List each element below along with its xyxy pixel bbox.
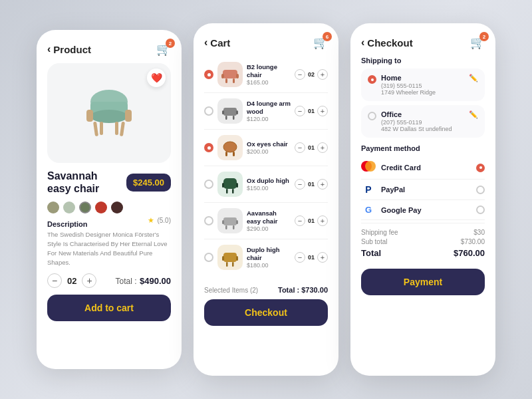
svg-point-39 — [365, 161, 376, 172]
cart-item-decrease-4[interactable]: − — [295, 215, 305, 226]
cart-item-price-2: $200.00 — [247, 148, 291, 155]
credit-card-radio[interactable] — [476, 164, 485, 172]
cart-item-info-2: Ox eyes chair $200.00 — [247, 140, 291, 155]
address-office-info: Office (207) 555-0119 482 W Dallas St un… — [381, 110, 464, 132]
cart-item-qty-val-0: 02 — [308, 71, 315, 78]
color-swatch-brown[interactable] — [111, 201, 123, 213]
cart-item-name-3: Ox duplo high — [247, 177, 291, 184]
shipping-fee-label: Shipping fee — [361, 229, 398, 236]
cart-card: ‹ Cart 🛒 6 B2 lounge chair $165.00 − 02 … — [194, 23, 338, 376]
payment-paypal-option[interactable]: P PayPal — [361, 180, 485, 200]
add-to-cart-button[interactable]: Add to cart — [47, 295, 171, 321]
cart-item-increase-1[interactable]: + — [317, 106, 328, 116]
paypal-radio[interactable] — [476, 186, 485, 194]
address-home-edit-icon[interactable]: ✏️ — [469, 74, 478, 82]
cart-item-name-1: D4 lounge arm wood — [247, 100, 291, 115]
color-swatch-sage[interactable] — [63, 201, 75, 213]
svg-rect-27 — [232, 189, 234, 194]
cart-item-qty-val-5: 01 — [308, 254, 315, 261]
star-icon: ★ — [148, 216, 154, 225]
cart-item-thumb-2 — [217, 135, 243, 160]
cart-item-info-5: Duplo high chair $180.00 — [247, 246, 291, 269]
cart-item-price-1: $120.00 — [247, 116, 291, 122]
payment-credit-card-option[interactable]: Credit Card — [361, 156, 485, 180]
cart-item-increase-3[interactable]: + — [317, 179, 328, 190]
svg-rect-6 — [120, 122, 125, 136]
cart-item-increase-5[interactable]: + — [317, 252, 328, 263]
cart-item-radio-0[interactable] — [204, 70, 213, 79]
cart-item-radio-4[interactable] — [204, 216, 213, 225]
svg-rect-32 — [233, 225, 235, 229]
quantity-total-row: − 02 + Total : $490.00 — [47, 273, 171, 288]
address-home-info: Home (319) 555-0115 1749 Wheeler Ridge — [381, 74, 464, 96]
cart-item-increase-2[interactable]: + — [317, 142, 328, 153]
svg-rect-30 — [236, 220, 238, 224]
svg-rect-10 — [221, 74, 224, 78]
address-home-name: Home — [381, 74, 464, 82]
cart-item-radio-5[interactable] — [204, 253, 213, 262]
quantity-value: 02 — [67, 276, 76, 286]
cart-item-decrease-1[interactable]: − — [295, 106, 305, 116]
cart-item-radio-1[interactable] — [204, 106, 213, 116]
cart-item-price-3: $150.00 — [247, 185, 291, 192]
checkout-button[interactable]: Checkout — [204, 299, 328, 326]
checkout-cart-icon-button[interactable]: 🛒 2 — [470, 35, 485, 50]
cart-item-decrease-5[interactable]: − — [295, 252, 305, 263]
cart-item-qty-val-2: 01 — [308, 144, 315, 151]
cart-item-thumb-3 — [217, 172, 243, 197]
checkout-total-label: Total — [361, 248, 381, 258]
payment-button[interactable]: Payment — [361, 269, 485, 295]
checkout-total-value: $760.00 — [454, 248, 485, 258]
google-pay-label: Google Pay — [381, 206, 471, 214]
cart-footer: Selected Items (2) Total : $730.00 Check… — [204, 281, 328, 326]
cart-back-arrow-icon: ‹ — [204, 37, 207, 49]
google-pay-radio[interactable] — [476, 205, 485, 214]
back-button[interactable]: ‹ Product — [47, 43, 91, 55]
cart-item-decrease-2[interactable]: − — [295, 142, 305, 153]
address-office-option[interactable]: Office (207) 555-0119 482 W Dallas St un… — [361, 105, 485, 138]
cart-header: ‹ Cart 🛒 6 — [204, 35, 328, 50]
checkout-back-button[interactable]: ‹ Checkout — [361, 37, 413, 49]
checkout-cart-badge: 2 — [479, 32, 489, 41]
favorite-button[interactable]: ❤️ — [147, 68, 166, 87]
svg-rect-18 — [233, 116, 235, 120]
cart-icon-button[interactable]: 🛒 2 — [156, 42, 171, 57]
cart-item-thumb-0 — [217, 62, 243, 87]
cart-cart-icon-button[interactable]: 🛒 6 — [313, 35, 328, 50]
svg-rect-16 — [236, 110, 238, 114]
cart-item-increase-0[interactable]: + — [317, 69, 328, 80]
cart-item-qty-4: − 01 + — [295, 215, 328, 226]
cart-item-radio-3[interactable] — [204, 180, 213, 189]
product-header-title: Product — [53, 44, 91, 55]
quantity-decrease-button[interactable]: − — [47, 273, 62, 288]
cart-item: Duplo high chair $180.00 − 01 + — [204, 239, 328, 275]
total-row: Total $760.00 — [361, 248, 485, 258]
pricing-rows: Shipping fee $30 Sub total $730.00 Total… — [361, 229, 485, 258]
payment-google-pay-option[interactable]: G Google Pay — [361, 200, 485, 220]
cart-item-radio-2[interactable] — [204, 143, 213, 152]
svg-rect-36 — [226, 262, 228, 267]
cart-back-button[interactable]: ‹ Cart — [204, 37, 230, 49]
color-swatches — [47, 201, 171, 213]
address-home-radio[interactable] — [368, 75, 376, 84]
quantity-increase-button[interactable]: + — [82, 273, 96, 288]
color-swatch-red[interactable] — [95, 201, 107, 213]
cart-item-info-0: B2 lounge chair $165.00 — [247, 63, 291, 86]
address-home-street: 1749 Wheeler Ridge — [381, 89, 464, 96]
address-office-name: Office — [381, 110, 464, 118]
svg-rect-7 — [100, 122, 103, 135]
color-swatch-tan[interactable] — [47, 201, 59, 213]
rating-value: (5.0) — [157, 217, 171, 224]
credit-card-icon — [361, 161, 376, 174]
address-home-option[interactable]: Home (319) 555-0115 1749 Wheeler Ridge ✏… — [361, 68, 485, 101]
cart-item-name-4: Aavansah easy chair — [247, 209, 291, 225]
cart-item-increase-4[interactable]: + — [317, 215, 328, 226]
svg-rect-37 — [232, 262, 234, 267]
address-office-radio[interactable] — [368, 112, 376, 120]
paypal-icon: P — [361, 184, 376, 195]
cart-item-decrease-0[interactable]: − — [295, 69, 305, 80]
cart-item-decrease-3[interactable]: − — [295, 179, 305, 190]
address-office-edit-icon[interactable]: ✏️ — [469, 110, 478, 119]
color-swatch-green[interactable] — [79, 201, 91, 213]
cart-item-name-2: Ox eyes chair — [247, 140, 291, 148]
